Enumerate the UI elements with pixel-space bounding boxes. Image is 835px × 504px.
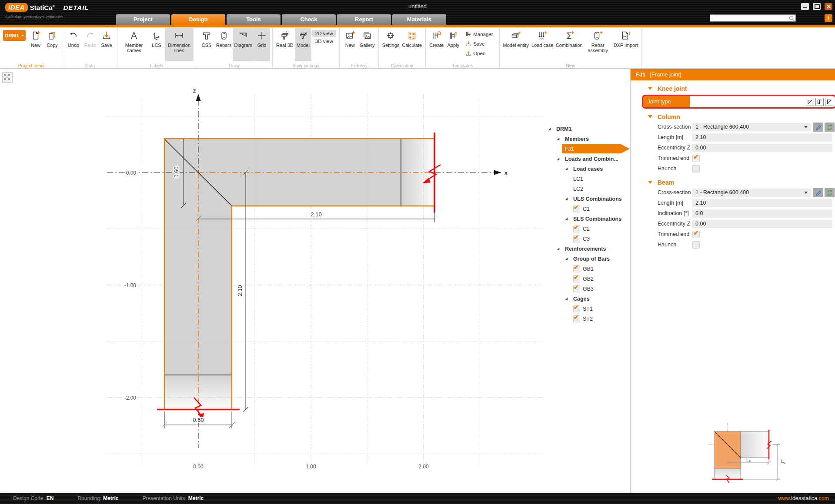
tree-item-uls-combinations[interactable]: ◢ULS Combinations — [544, 194, 630, 204]
tab-design[interactable]: Design — [171, 14, 225, 25]
tree-item-sls-combinations[interactable]: ◢SLS Combinations — [544, 214, 630, 224]
tree-item-label: DRM1 — [556, 126, 571, 132]
ribbon-button-dxf-import[interactable]: DXFDXF Import — [612, 28, 639, 61]
ribbon-button-dimension-lines[interactable]: Dimension lines — [165, 28, 194, 61]
tree-item-drm1[interactable]: ◢DRM1 — [544, 124, 630, 134]
tree-item-gb3[interactable]: ✔GB3 — [544, 284, 630, 294]
tree-item-loads-and-combin[interactable]: ◢Loads and Combin... — [544, 154, 630, 164]
joint-type-option-1[interactable] — [806, 98, 814, 106]
eccentricity-z-m-field[interactable]: 0.00 — [692, 220, 832, 228]
search-input[interactable] — [711, 15, 789, 21]
tree-item-lc1[interactable]: LC1 — [544, 174, 630, 184]
ribbon-button-combination[interactable]: Combination — [555, 28, 584, 61]
tree-checkbox[interactable]: ✔ — [573, 265, 580, 272]
joint-type-option-2[interactable] — [815, 98, 824, 106]
tree-item-c1[interactable]: ✔C1 — [544, 204, 630, 214]
ribbon-button-undo[interactable]: Undo — [65, 28, 82, 61]
tree-item-label: FJ1 — [565, 146, 574, 152]
length-m-field[interactable]: 2.10 — [692, 133, 832, 142]
inclination-field[interactable]: 0.0 — [692, 209, 832, 218]
ribbon-button-rebars[interactable]: Rebars — [215, 28, 233, 61]
haunch-checkbox[interactable] — [692, 165, 700, 172]
tree-checkbox[interactable]: ✔ — [573, 235, 580, 242]
drawing-canvas[interactable]: z x 0. — [0, 69, 630, 493]
ribbon-button-css[interactable]: CSS — [198, 28, 215, 61]
ribbon-button-apply[interactable]: Apply — [445, 28, 461, 61]
ribbon-button-3d-view[interactable]: 3D view — [312, 38, 336, 45]
ribbon-button-save[interactable]: Save — [462, 40, 496, 48]
ribbon-button-2d-view[interactable]: 2D view — [312, 30, 336, 37]
ribbon-button-load-case[interactable]: Load case — [530, 28, 555, 61]
tree-item-reinforcements[interactable]: ◢Reinforcements — [544, 244, 630, 254]
ribbon-button-copy[interactable]: Copy — [44, 28, 60, 61]
edit-cross-section-button[interactable] — [813, 188, 823, 197]
tree-checkbox[interactable]: ✔ — [573, 305, 580, 312]
trimmed-end-checkbox[interactable]: ✔ — [692, 231, 700, 238]
ribbon-button-model-entity[interactable]: Model entity — [502, 28, 530, 61]
tree-item-lc2[interactable]: LC2 — [544, 184, 630, 194]
project-item-button[interactable]: DRM1 — [3, 30, 26, 41]
ribbon-button-calculate[interactable]: Calculate — [401, 28, 423, 61]
ribbon-button-new[interactable]: New — [27, 28, 44, 61]
ribbon-button-redo[interactable]: Redo — [82, 28, 98, 61]
ribbon-button-gallery[interactable]: Gallery — [358, 28, 376, 61]
joint-type-options — [806, 96, 835, 107]
ribbon-button-member-names[interactable]: Member names — [120, 28, 148, 61]
info-button[interactable]: i — [825, 14, 832, 22]
tree-item-group-of-bars[interactable]: ◢Group of Bars — [544, 254, 630, 264]
tree-item-st2[interactable]: ✔ST2 — [544, 314, 630, 324]
close-button[interactable] — [825, 3, 832, 10]
section-header-knee-joint[interactable]: Knee joint — [631, 84, 835, 94]
search-box[interactable] — [710, 14, 796, 22]
ribbon-button-save[interactable]: Save — [98, 28, 115, 61]
tree-checkbox[interactable]: ✔ — [573, 225, 580, 232]
edit-cross-section-button[interactable] — [813, 123, 823, 132]
ribbon-button-grid[interactable]: Grid — [254, 28, 270, 61]
tree-checkbox[interactable]: ✔ — [573, 275, 580, 282]
length-m-field[interactable]: 2.10 — [692, 199, 832, 207]
tree-item-c2[interactable]: ✔C2 — [544, 224, 630, 234]
fit-view-button[interactable] — [2, 72, 13, 83]
website-link[interactable]: www.ideastatica.com — [778, 493, 829, 504]
haunch-checkbox[interactable] — [692, 241, 700, 249]
ribbon-button-manager[interactable]: Manager — [462, 30, 496, 39]
joint-type-option-3[interactable] — [825, 98, 833, 106]
maximize-button[interactable] — [813, 3, 821, 10]
tree-item-c3[interactable]: ✔C3 — [544, 234, 630, 244]
section-header-column[interactable]: Column — [631, 113, 835, 122]
ribbon-button-rebar-assembly[interactable]: Rebar assembly — [584, 28, 612, 61]
ribbon-button-open[interactable]: Open — [462, 49, 496, 58]
tree-item-fj1[interactable]: FJ1 — [544, 144, 630, 154]
refresh-cross-section-button[interactable] — [825, 188, 835, 197]
cross-section-dropdown[interactable]: 1 - Rectangle 600,400 — [692, 123, 811, 131]
tab-project[interactable]: Project — [116, 14, 170, 25]
joint-type-input[interactable] — [690, 96, 806, 107]
ribbon-button-model[interactable]: Model — [295, 28, 311, 61]
ribbon-button-create[interactable]: Create — [428, 28, 445, 61]
tree-checkbox[interactable]: ✔ — [573, 315, 580, 322]
ribbon-button-settings[interactable]: Settings — [381, 28, 401, 61]
tree-checkbox[interactable]: ✔ — [573, 206, 580, 212]
cross-section-dropdown[interactable]: 1 - Rectangle 600,400 — [692, 189, 811, 197]
tab-check[interactable]: Check — [282, 14, 336, 25]
tree-item-load-cases[interactable]: ◢Load cases — [544, 164, 630, 174]
tab-report[interactable]: Report — [337, 14, 391, 25]
ribbon-button-new[interactable]: New — [342, 28, 358, 61]
trimmed-end-checkbox[interactable]: ✔ — [692, 155, 700, 162]
refresh-cross-section-button[interactable] — [825, 123, 835, 132]
project-item-selector[interactable]: DRM1 — [3, 30, 26, 41]
eccentricity-z-m-field[interactable]: 0.00 — [692, 144, 832, 152]
tree-item-members[interactable]: ◢Members — [544, 134, 630, 144]
minimize-button[interactable] — [801, 3, 809, 10]
tree-checkbox[interactable]: ✔ — [573, 285, 580, 292]
tree-item-st1[interactable]: ✔ST1 — [544, 304, 630, 314]
ribbon-button-lcs[interactable]: LCS — [148, 28, 165, 61]
tree-item-gb2[interactable]: ✔GB2 — [544, 274, 630, 284]
ribbon-button-diagram[interactable]: Diagram — [233, 28, 254, 61]
section-header-beam[interactable]: Beam — [631, 178, 835, 188]
tab-materials[interactable]: Materials — [392, 14, 446, 25]
tree-item-cages[interactable]: ◢Cages — [544, 294, 630, 304]
tree-item-gb1[interactable]: ✔GB1 — [544, 264, 630, 274]
tab-tools[interactable]: Tools — [227, 14, 281, 25]
ribbon-button-real-3d[interactable]: Real 3D — [275, 28, 295, 61]
